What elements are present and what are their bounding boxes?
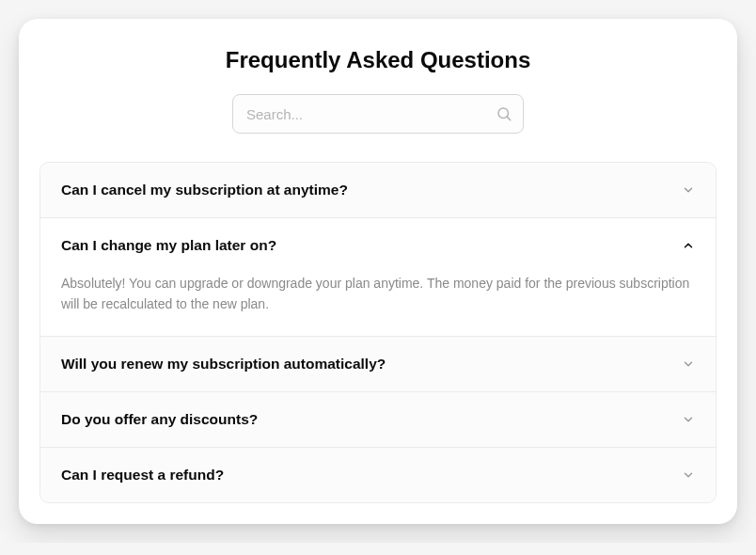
- faq-header[interactable]: Can I cancel my subscription at anytime?: [40, 163, 716, 217]
- faq-question: Will you renew my subscription automatic…: [61, 356, 386, 373]
- faq-item: Will you renew my subscription automatic…: [40, 337, 716, 392]
- faq-card: Frequently Asked Questions Can I cancel …: [19, 19, 737, 524]
- faq-answer: Absolutely! You can upgrade or downgrade…: [40, 273, 716, 336]
- faq-header[interactable]: Will you renew my subscription automatic…: [40, 337, 716, 391]
- chevron-up-icon: [682, 239, 695, 252]
- chevron-down-icon: [682, 413, 695, 426]
- search-wrapper: [39, 94, 717, 134]
- faq-list: Can I cancel my subscription at anytime?…: [39, 162, 717, 503]
- faq-item: Can I cancel my subscription at anytime?: [40, 163, 716, 218]
- faq-question: Can I change my plan later on?: [61, 237, 276, 254]
- faq-item: Can I request a refund?: [40, 448, 716, 502]
- page-title: Frequently Asked Questions: [39, 47, 717, 73]
- faq-header[interactable]: Can I request a refund?: [40, 448, 716, 502]
- faq-question: Can I request a refund?: [61, 467, 224, 484]
- search-input[interactable]: [232, 94, 524, 134]
- chevron-down-icon: [682, 357, 695, 371]
- faq-item: Do you offer any discounts?: [40, 392, 716, 448]
- faq-item: Can I change my plan later on? Absolutel…: [40, 218, 716, 337]
- chevron-down-icon: [682, 468, 695, 482]
- faq-question: Can I cancel my subscription at anytime?: [61, 182, 348, 198]
- search-box: [232, 94, 524, 134]
- faq-question: Do you offer any discounts?: [61, 411, 258, 428]
- faq-header[interactable]: Can I change my plan later on?: [40, 218, 716, 273]
- faq-header[interactable]: Do you offer any discounts?: [40, 392, 716, 447]
- chevron-down-icon: [682, 183, 695, 197]
